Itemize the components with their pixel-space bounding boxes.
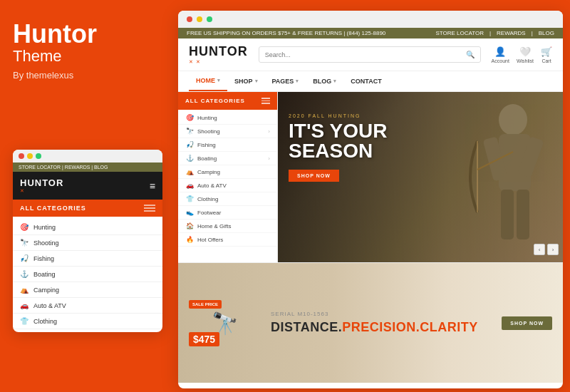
site-topbar-right: STORE LOCATOR | REWARDS | BLOG <box>435 30 554 36</box>
promo-banner: SALE PRICE 🔭 $475 SERIAL M10-1563 DISTAN… <box>178 263 563 383</box>
mobile-cat-boating-label: Boating <box>33 271 56 278</box>
cat-atv-label: Auto & ATV <box>197 182 227 189</box>
search-bar[interactable]: 🔍 <box>259 46 481 63</box>
cat-fishing[interactable]: 🎣 Fishing <box>178 138 277 152</box>
site-topbar-left: FREE US SHIPPING ON ORDERS $75+ & FREE R… <box>187 30 385 36</box>
mobile-topbar-text: STORE LOCATOR | REWARDS | BLOG <box>19 165 108 170</box>
boating-cat-icon: ⚓ <box>185 155 194 162</box>
search-input[interactable] <box>265 51 466 58</box>
promo-sale-label: SALE PRICE <box>189 300 222 309</box>
mobile-cat-camping-label: Camping <box>33 287 59 294</box>
dot-yellow <box>27 153 33 159</box>
mobile-cat-atv-label: Auto & ATV <box>33 302 66 309</box>
cart-icon-button[interactable]: 🛒 Cart <box>541 46 552 63</box>
hero-cta-button[interactable]: SHOP NOW <box>289 170 339 182</box>
hamburger-icon[interactable]: ≡ <box>150 180 155 192</box>
boating-icon: ⚓ <box>20 270 28 278</box>
shooting-arrow-icon: › <box>268 128 270 135</box>
cart-icon: 🛒 <box>541 46 552 57</box>
footwear-cat-icon: 👟 <box>185 209 194 216</box>
nav-contact-label: CONTACT <box>351 78 381 85</box>
clothing-icon: 👕 <box>20 317 28 325</box>
mobile-cat-camping[interactable]: ⛺ Camping <box>13 282 162 298</box>
camping-cat-icon: ⛺ <box>185 168 194 175</box>
mobile-cat-hunting[interactable]: 🎯 Hunting <box>13 220 162 235</box>
boating-arrow-icon: › <box>268 155 270 162</box>
cat-camping[interactable]: ⛺ Camping <box>178 165 277 179</box>
nav-contact[interactable]: CONTACT <box>343 71 388 91</box>
nav-blog-arrow: ▾ <box>333 78 336 84</box>
dot-red <box>19 153 24 159</box>
nav-home-label: HOME <box>196 77 215 84</box>
hero-content: 2020 FALL HUNTING IT'S YOUR SEASON SHOP … <box>289 113 387 182</box>
promo-cta-button[interactable]: SHOP NOW <box>502 316 552 330</box>
hero-prev-button[interactable]: ‹ <box>534 244 545 255</box>
hero-next-button[interactable]: › <box>547 244 559 255</box>
shooting-cat-icon: 🔭 <box>185 128 194 135</box>
hero-arrows: ‹ › <box>534 244 559 255</box>
rewards-link[interactable]: REWARDS <box>497 30 526 36</box>
account-icon: 👤 <box>494 46 506 57</box>
mobile-cat-atv[interactable]: 🚗 Auto & ATV <box>13 298 162 314</box>
mobile-logo: HUNTOR ✕ <box>20 177 63 194</box>
nav-home-arrow: ▾ <box>217 78 220 83</box>
account-icon-button[interactable]: 👤 Account <box>492 46 509 63</box>
cat-home-gifts[interactable]: 🏠 Home & Gifts <box>178 220 277 233</box>
camping-icon: ⛺ <box>20 286 28 294</box>
clothing-cat-icon: 👕 <box>185 195 194 202</box>
promo-serial: SERIAL M10-1563 <box>271 311 491 317</box>
fishing-icon: 🎣 <box>20 254 28 262</box>
site-header: HUNTOR ✕ ✕ 🔍 👤 Account 🤍 Wishlist 🛒 Cart <box>178 38 563 71</box>
cat-atv[interactable]: 🚗 Auto & ATV <box>178 179 277 192</box>
hero-title-line1: IT'S YOUR <box>289 121 387 141</box>
promo-headline-part1: DISTANCE. <box>271 320 342 334</box>
cat-shooting[interactable]: 🔭 Shooting › <box>178 125 277 138</box>
wishlist-icon-button[interactable]: 🤍 Wishlist <box>517 46 534 63</box>
categories-label: ALL CATEGORIES <box>185 98 245 104</box>
nav-blog[interactable]: BLOG ▾ <box>306 71 343 91</box>
site-topbar: FREE US SHIPPING ON ORDERS $75+ & FREE R… <box>178 28 563 38</box>
mobile-topbar: STORE LOCATOR | REWARDS | BLOG <box>13 163 162 172</box>
hero-banner: 2020 FALL HUNTING IT'S YOUR SEASON SHOP … <box>278 92 563 262</box>
atv-cat-icon: 🚗 <box>185 182 194 189</box>
cat-footwear[interactable]: 👟 Footwear <box>178 206 277 220</box>
blog-link[interactable]: BLOG <box>539 30 554 36</box>
topbar-separator2: | <box>532 30 533 36</box>
mobile-cat-shooting-label: Shooting <box>33 239 59 247</box>
wishlist-icon: 🤍 <box>519 46 531 57</box>
nav-pages[interactable]: PAGES ▾ <box>265 71 306 91</box>
brand-by: By themelexus <box>13 70 162 81</box>
svg-rect-4 <box>501 190 514 239</box>
shooting-icon: 🔭 <box>20 239 28 247</box>
atv-icon: 🚗 <box>20 301 28 309</box>
mobile-cat-shooting[interactable]: 🔭 Shooting <box>13 235 162 251</box>
search-icon: 🔍 <box>466 51 475 58</box>
mobile-cat-fishing[interactable]: 🎣 Fishing <box>13 251 162 267</box>
browser-dot-green <box>207 16 212 22</box>
wishlist-label: Wishlist <box>517 58 534 63</box>
mobile-cat-clothing-label: Clothing <box>33 318 57 325</box>
mobile-cat-clothing[interactable]: 👕 Clothing <box>13 314 162 329</box>
hero-title-line2: SEASON <box>289 141 387 161</box>
promo-headline: DISTANCE.PRECISION.Clarity <box>271 320 491 335</box>
hero-eyebrow: 2020 FALL HUNTING <box>289 113 387 118</box>
mobile-categories-label: ALL CATEGORIES <box>20 205 86 212</box>
hunting-icon: 🎯 <box>20 223 28 231</box>
nav-shop-label: SHOP <box>234 78 253 85</box>
site-logo: HUNTOR ✕ ✕ <box>189 44 248 65</box>
nav-home[interactable]: HOME ▾ <box>189 71 227 91</box>
nav-blog-label: BLOG <box>313 78 331 85</box>
store-locator-link[interactable]: STORE LOCATOR <box>435 30 484 36</box>
mobile-mockup: STORE LOCATOR | REWARDS | BLOG HUNTOR ✕ … <box>13 150 162 332</box>
mobile-cat-boating[interactable]: ⚓ Boating <box>13 267 162 282</box>
cat-boating[interactable]: ⚓ Boating › <box>178 152 277 165</box>
cat-hot-offers-label: Hot Offers <box>197 237 223 243</box>
mobile-logo-icon: ✕ <box>20 188 24 194</box>
mobile-category-list: 🎯 Hunting 🔭 Shooting 🎣 Fishing ⚓ Boating… <box>13 217 162 332</box>
cat-hot-offers[interactable]: 🔥 Hot Offers <box>178 233 277 247</box>
hunting-cat-icon: 🎯 <box>185 114 194 121</box>
fishing-cat-icon: 🎣 <box>185 141 194 148</box>
cat-clothing[interactable]: 👕 Clothing <box>178 192 277 206</box>
nav-shop[interactable]: SHOP ▾ <box>227 71 265 91</box>
cat-hunting[interactable]: 🎯 Hunting <box>178 111 277 125</box>
